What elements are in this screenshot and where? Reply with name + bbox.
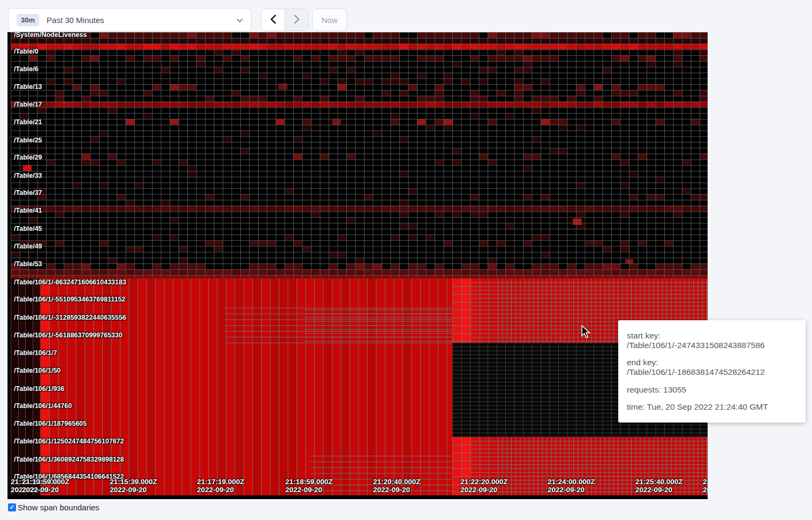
toolbar: 30m Past 30 Minutes Now (0, 0, 812, 32)
range-tooltip: start key: /Table/106/1/-247433150824388… (618, 320, 806, 423)
chevron-down-icon (236, 17, 244, 24)
key-visualizer-canvas[interactable]: /System/NodeLiveness/Table/0/Table/6/Tab… (7, 32, 708, 499)
time-window-label: Past 30 Minutes (47, 16, 104, 25)
tooltip-end-key: end key: /Table/106/1/-18683814745282642… (627, 358, 797, 377)
time-window-badge: 30m (17, 14, 39, 26)
now-button[interactable]: Now (312, 9, 347, 31)
tooltip-requests: requests: 13055 (627, 385, 797, 395)
heatmap-svg (7, 32, 708, 499)
time-nav-group (261, 9, 308, 31)
time-window-dropdown[interactable]: 30m Past 30 Minutes (8, 8, 252, 32)
chevron-left-icon (269, 14, 278, 26)
tooltip-start-key: start key: /Table/106/1/-247433150824388… (627, 331, 797, 350)
show-span-boundaries-label: Show span boundaries (18, 503, 100, 512)
next-window-button[interactable] (285, 9, 308, 31)
show-span-boundaries-row[interactable]: ✓ Show span boundaries (8, 503, 100, 512)
chevron-right-icon (292, 14, 301, 26)
prev-window-button[interactable] (262, 9, 285, 31)
show-span-boundaries-checkbox[interactable]: ✓ (8, 503, 16, 511)
tooltip-time: time: Tue, 20 Sep 2022 21:24:40 GMT (627, 402, 797, 412)
